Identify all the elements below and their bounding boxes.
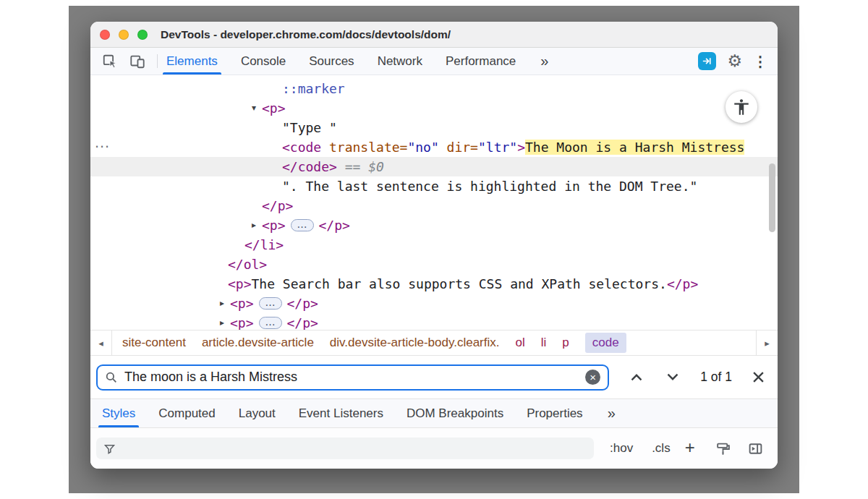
expander-right-icon[interactable]: ▸ — [247, 216, 260, 235]
toolbar-divider — [157, 54, 158, 68]
more-panels-icon[interactable]: » — [537, 48, 551, 74]
accessibility-button[interactable] — [726, 91, 757, 123]
paint-roller-icon[interactable] — [715, 441, 731, 456]
zoom-window-button[interactable] — [137, 30, 148, 40]
token-attr: dir= — [439, 140, 478, 155]
token-text: "Type " — [282, 120, 337, 135]
device-toolbar-icon[interactable] — [127, 48, 148, 74]
new-style-rule-button[interactable]: + — [682, 439, 698, 458]
token-text: The Search bar also supports CSS and XPa… — [252, 276, 667, 291]
dom-tree-row[interactable]: ". The last sentence is highlighted in t… — [90, 176, 778, 196]
dom-tree-row[interactable]: ▸<p>…</p> — [90, 313, 778, 330]
dom-tree-row[interactable]: ···<code translate="no" dir="ltr">The Mo… — [90, 137, 778, 157]
close-icon — [752, 371, 765, 383]
crumb-li[interactable]: li — [541, 336, 547, 350]
token-hl: The Moon is a Harsh Mistress — [525, 140, 744, 155]
token-tag: </p> — [287, 315, 318, 330]
sidebar-tabstrip: StylesComputedLayoutEvent ListenersDOM B… — [101, 399, 605, 427]
crumb-code[interactable]: code — [585, 333, 626, 353]
crumb-scroll-left-icon[interactable]: ◂ — [90, 330, 112, 355]
close-window-button[interactable] — [100, 30, 110, 40]
next-result-button[interactable] — [664, 371, 681, 383]
crumb-div-devsite-article-body-clearfix[interactable]: div.devsite-article-body.clearfix. — [330, 336, 500, 350]
crumb-site-content[interactable]: site-content — [122, 336, 186, 350]
token-dollar: $0 — [368, 159, 384, 174]
tab-performance[interactable]: Performance — [444, 48, 517, 74]
expander-right-icon[interactable]: ▸ — [216, 313, 229, 330]
token-val: "no" — [407, 140, 438, 155]
dom-tree-row[interactable]: </code> == $0 — [90, 157, 778, 176]
crumb-ol[interactable]: ol — [515, 336, 524, 350]
sidebar-toggle-icon[interactable] — [748, 441, 763, 456]
dom-tree-row[interactable]: ▾<p> — [90, 98, 778, 118]
more-sidebar-tabs-icon[interactable]: » — [605, 399, 618, 427]
kebab-menu-icon[interactable]: ⋮ — [753, 54, 767, 69]
token-muted: == — [337, 159, 368, 174]
toolbar-right-icons: ⚙ ⋮ — [698, 48, 778, 74]
dom-tree-row[interactable]: <p>The Search bar also supports CSS and … — [90, 274, 778, 294]
crumb-article-devsite-article[interactable]: article.devsite-article — [202, 336, 314, 350]
window-title: DevTools - developer.chrome.com/docs/dev… — [161, 28, 451, 41]
token-tag: </li> — [244, 237, 284, 252]
devtools-toolbar: ElementsConsoleSourcesNetworkPerformance… — [90, 48, 778, 75]
focus-page-icon[interactable] — [698, 52, 716, 70]
element-classes-button[interactable]: .cls — [649, 440, 673, 457]
crumb-scroll-right-icon[interactable]: ▸ — [756, 330, 778, 355]
tab-computed[interactable]: Computed — [157, 399, 216, 427]
inline-expand-button[interactable]: … — [291, 219, 314, 231]
tab-sources[interactable]: Sources — [307, 48, 355, 74]
token-tag: <p> — [262, 218, 286, 233]
tab-styles[interactable]: Styles — [101, 399, 137, 427]
dom-tree-row[interactable]: ▸<p>…</p> — [90, 216, 778, 235]
search-input-wrap: × — [96, 364, 609, 391]
token-tag: <p> — [228, 276, 252, 291]
close-search-button[interactable] — [751, 370, 766, 385]
token-tag: > — [517, 140, 525, 155]
dom-tree-row[interactable]: "Type " — [90, 118, 778, 137]
chevron-up-icon — [629, 372, 644, 382]
search-input[interactable] — [124, 370, 579, 385]
styles-toolbar: :hov .cls + — [90, 427, 778, 469]
token-tag: </ol> — [228, 257, 267, 272]
token-tag: </p> — [319, 218, 350, 233]
tab-properties[interactable]: Properties — [525, 399, 584, 427]
token-attr: translate= — [321, 140, 407, 155]
dom-tree-panel: ::marker▾<p>"Type "···<code translate="n… — [90, 75, 778, 330]
styles-filter-input[interactable] — [122, 441, 587, 456]
expander-right-icon[interactable]: ▸ — [216, 294, 229, 313]
chevron-down-icon — [665, 372, 680, 382]
search-results-count: 1 of 1 — [700, 370, 732, 385]
row-menu-dots-icon[interactable]: ··· — [95, 137, 110, 157]
clear-search-icon[interactable]: × — [585, 370, 600, 385]
dom-search-bar: × 1 of 1 — [90, 355, 778, 398]
filter-funnel-icon — [103, 443, 116, 455]
token-pseudo: ::marker — [282, 81, 345, 96]
inline-expand-button[interactable]: … — [259, 297, 282, 310]
tab-elements[interactable]: Elements — [165, 48, 219, 74]
crumb-p[interactable]: p — [562, 336, 569, 350]
tab-layout[interactable]: Layout — [237, 399, 277, 427]
dom-tree-row[interactable]: ▸<p>…</p> — [90, 294, 778, 313]
dom-tree-row[interactable]: </ol> — [90, 255, 778, 274]
inspect-element-icon[interactable] — [99, 48, 121, 74]
token-tag: <code — [282, 140, 321, 155]
vertical-scrollbar[interactable] — [769, 163, 775, 232]
token-tag: </code> — [282, 159, 337, 174]
expander-down-icon[interactable]: ▾ — [247, 98, 260, 118]
dom-tree-row[interactable]: </p> — [90, 196, 778, 216]
tab-dom-breakpoints[interactable]: DOM Breakpoints — [405, 399, 505, 427]
token-tag: <p> — [230, 315, 254, 330]
previous-result-button[interactable] — [628, 371, 645, 383]
tab-console[interactable]: Console — [239, 48, 287, 74]
dom-tree-row[interactable]: ::marker — [90, 79, 778, 98]
minimize-window-button[interactable] — [119, 30, 129, 40]
tab-network[interactable]: Network — [376, 48, 424, 74]
token-text: ". The last sentence is highlighted in t… — [282, 179, 697, 194]
toggle-element-state-button[interactable]: :hov — [607, 440, 636, 457]
dom-tree-row[interactable]: </li> — [90, 235, 778, 255]
token-tag: </p> — [262, 198, 293, 213]
inline-expand-button[interactable]: … — [259, 317, 282, 329]
token-tag: <p> — [230, 296, 254, 311]
settings-gear-icon[interactable]: ⚙ — [727, 53, 742, 69]
tab-event-listeners[interactable]: Event Listeners — [297, 399, 385, 427]
